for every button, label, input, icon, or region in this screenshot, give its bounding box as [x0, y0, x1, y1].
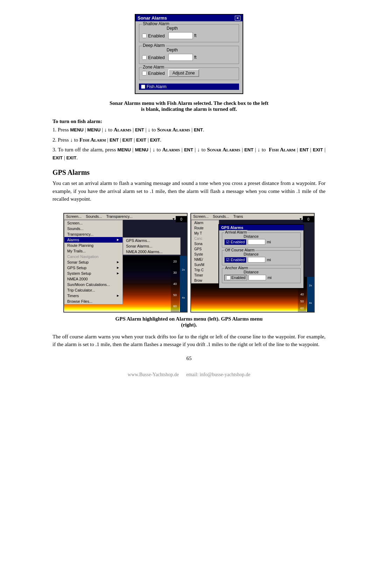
arrival-alarm-section: Arrival Alarm Distance ☑ Enabled 0.10 mi [222, 232, 301, 248]
dd-route-planning[interactable]: Route Planning [64, 243, 122, 248]
sonar-alarms-dialog: Sonar Alarms × Shallow Alarm Depth Enabl… [135, 14, 243, 94]
zoom-right: 2x 4x [307, 277, 314, 312]
sm-sonar-alarms[interactable]: Sonar Alarms... [123, 243, 180, 249]
footer-email: info@busse-yachtshop.de [200, 372, 251, 377]
caption1: Sonar Alarms menu with Fish Alarm select… [52, 100, 326, 112]
anchor-unit: mi [267, 275, 272, 280]
zone-enabled-checkbox[interactable] [142, 71, 147, 76]
zone-enabled-text: Enabled [148, 71, 165, 76]
close-button[interactable]: × [235, 16, 240, 21]
dd-sonar-setup[interactable]: Sonar Setup► [64, 259, 122, 265]
dd-sun-moon[interactable]: Sun/Moon Calculations... [64, 282, 122, 287]
shallow-alarm-section: Shallow Alarm Depth Enabled 1 ft [139, 24, 239, 42]
off-course-enabled-button[interactable]: ☑ Enabled [224, 257, 246, 263]
dd-system-setup[interactable]: System Setup► [64, 271, 122, 276]
dd-nmea2000[interactable]: NMEA 2000 [64, 276, 122, 282]
anchor-enabled-checkbox: Enabled [224, 275, 247, 281]
zone-alarm-label: Zone Alarm [142, 65, 165, 70]
arrival-dist-label: Distance [244, 234, 298, 238]
alarms-dropdown: Screen... Sounds... Transparency... Alar… [64, 220, 123, 304]
right-screenshot: Screen... Sounds... Trans 0 ▼ Alarm Rout… [190, 213, 315, 313]
dialog-window: Sonar Alarms × Shallow Alarm Depth Enabl… [135, 14, 243, 94]
off-course-unit: mi [267, 258, 271, 262]
shallow-alarm-label: Shallow Alarm [142, 21, 170, 26]
screen-menu-item[interactable]: Screen... [64, 214, 84, 219]
compass-arrow: ▼ [172, 217, 175, 221]
gps-dialog-body: Arrival Alarm Distance ☑ Enabled 0.10 mi… [219, 230, 303, 288]
dd-browse-files[interactable]: Browse Files... [64, 299, 122, 304]
off-course-distance-input[interactable]: 0.20 [248, 257, 265, 263]
shallow-unit: ft [194, 33, 197, 38]
off-course-alarm-row: ☑ Enabled 0.20 mi [224, 257, 298, 263]
shallow-alarm-content: Enabled 1 ft [142, 32, 236, 39]
dd-gps-setup[interactable]: GPS Setup► [64, 265, 122, 271]
deep-unit: ft [194, 55, 197, 60]
deep-alarm-section: Deep Alarm Depth Enabled 100 ft [139, 46, 239, 64]
dd-transparency[interactable]: Transparency... [64, 231, 122, 237]
transparency-menu-item[interactable]: Transparency... [104, 214, 135, 219]
r-dd-route: Route [191, 225, 219, 231]
r-dd-trip: Trip C [191, 267, 219, 273]
anchor-alarm-section: Anchor Alarm Distance Enabled 0.20 mi [222, 268, 301, 283]
dd-timers[interactable]: Timers► [64, 293, 122, 299]
footer-email-label: email: [186, 372, 198, 377]
instruction-3-number: 3. [52, 147, 58, 152]
deep-enabled-row: Enabled [142, 55, 165, 60]
caption2: GPS Alarm highlighted on Alarms menu (le… [52, 316, 326, 328]
sounds-menu-item[interactable]: Sounds... [84, 214, 104, 219]
dd-sounds[interactable]: Sounds... [64, 226, 122, 231]
anchor-distance-input[interactable]: 0.20 [248, 275, 266, 280]
deep-enabled-checkbox[interactable] [142, 55, 147, 60]
shallow-depth-input[interactable]: 1 [168, 32, 193, 39]
dialog-title: Sonar Alarms [138, 15, 167, 21]
r-sounds-menu-item[interactable]: Sounds... [211, 214, 231, 219]
r-dd-myt: My T [191, 231, 219, 236]
off-course-alarm-section: Off Course Alarm Distance ☑ Enabled 0.20… [222, 250, 301, 265]
r-compass-arrow: ▼ [299, 217, 302, 221]
zone-enabled-row: Enabled [142, 71, 165, 76]
shallow-enabled-checkbox[interactable] [142, 34, 147, 38]
shallow-depth-label: Depth [167, 26, 236, 31]
deep-alarm-content: Enabled 100 ft [142, 54, 236, 61]
arrival-enabled-button[interactable]: ☑ Enabled [224, 239, 246, 245]
dd-alarms[interactable]: Alarms ► [64, 237, 122, 243]
dd-screen[interactable]: Screen... [64, 220, 122, 226]
r-dd-canc: Canc [191, 236, 219, 241]
dd-my-trails[interactable]: My Trails... [64, 248, 122, 254]
screenshots-row: Screen... Sounds... Transparency... 0 ▼ … [52, 213, 326, 313]
anchor-alarm-label: Anchor Alarm [224, 266, 249, 270]
r-dd-sun: Sun/M [191, 262, 219, 267]
instruction-1-number: 1. [52, 127, 58, 132]
sm-nmea2000-alarms[interactable]: NMEA 2000 Alarms... [123, 249, 180, 254]
footer: www.Busse-Yachtshop.de email: info@busse… [52, 372, 326, 378]
zoom-left: 2x 4x [180, 256, 187, 312]
fish-alarm-bar: Fish Alarm [139, 84, 239, 90]
anchor-alarm-row: Enabled 0.20 mi [224, 275, 298, 281]
page-number: 65 [187, 356, 192, 361]
anchor-checkbox[interactable] [226, 275, 231, 280]
arrival-distance-input[interactable]: 0.10 [248, 239, 265, 245]
left-screenshot: Screen... Sounds... Transparency... 0 ▼ … [63, 213, 188, 313]
deep-depth-input[interactable]: 100 [168, 54, 193, 61]
body-text-2: The off course alarm warns you when your… [52, 333, 326, 349]
sm-gps-alarms[interactable]: GPS Alarms... [123, 238, 180, 243]
r-trans-menu-item: Trans [231, 214, 245, 219]
fish-alarm-label: Fish Alarm [147, 84, 167, 89]
fish-alarm-checkbox[interactable] [141, 85, 145, 89]
gps-alarms-dialog: GPS Alarms Arrival Alarm Distance ☑ Enab… [218, 224, 304, 289]
dialog-titlebar: Sonar Alarms × [135, 15, 243, 21]
shallow-enabled-row: Enabled [142, 33, 165, 38]
anchor-dist-label: Distance [244, 270, 298, 274]
off-course-dist-label: Distance [244, 252, 298, 256]
instruction-heading: To turn on fish alarm: [52, 119, 326, 124]
r-screen-menu-item[interactable]: Screen... [191, 214, 211, 219]
deep-depth-label: Depth [167, 48, 236, 52]
instruction-1: 1. Press MENU | MENU | ↓ to Alarms | ENT… [52, 126, 326, 134]
deep-alarm-label: Deep Alarm [142, 43, 166, 48]
r-dd-gps: GPS [191, 246, 219, 252]
arrival-unit: mi [267, 240, 271, 244]
adjust-zone-button[interactable]: Adjust Zone [168, 69, 199, 77]
instruction-2-number: 2. [52, 137, 58, 143]
dd-trip-calc[interactable]: Trip Calculator... [64, 287, 122, 293]
r-dd-sona: Sona [191, 241, 219, 246]
